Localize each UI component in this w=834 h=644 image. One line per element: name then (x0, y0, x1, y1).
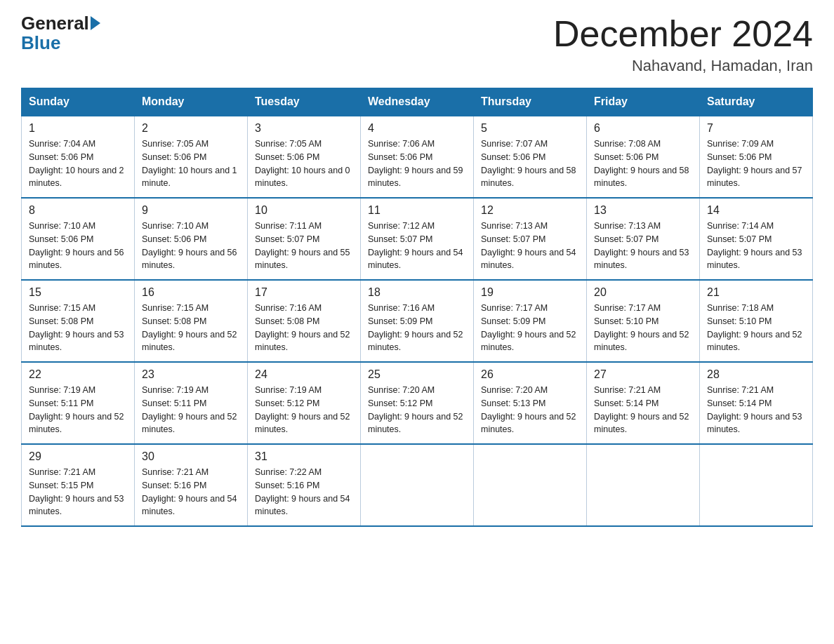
weekday-header-friday: Friday (587, 88, 700, 116)
day-info: Sunrise: 7:12 AMSunset: 5:07 PMDaylight:… (368, 220, 466, 272)
logo-blue: Blue (21, 32, 60, 54)
day-info: Sunrise: 7:19 AMSunset: 5:12 PMDaylight:… (255, 384, 353, 436)
day-info: Sunrise: 7:15 AMSunset: 5:08 PMDaylight:… (29, 302, 127, 354)
location: Nahavand, Hamadan, Iran (553, 57, 813, 75)
weekday-header-wednesday: Wednesday (361, 88, 474, 116)
page-header: General Blue December 2024 Nahavand, Ham… (21, 14, 813, 75)
weekday-header-monday: Monday (135, 88, 248, 116)
calendar-cell (587, 444, 700, 526)
calendar-cell: 9 Sunrise: 7:10 AMSunset: 5:06 PMDayligh… (135, 198, 248, 280)
weekday-header-saturday: Saturday (700, 88, 813, 116)
calendar-cell: 30 Sunrise: 7:21 AMSunset: 5:16 PMDaylig… (135, 444, 248, 526)
day-number: 4 (368, 122, 466, 135)
calendar-cell: 12 Sunrise: 7:13 AMSunset: 5:07 PMDaylig… (474, 198, 587, 280)
weekday-header-thursday: Thursday (474, 88, 587, 116)
calendar-cell: 1 Sunrise: 7:04 AMSunset: 5:06 PMDayligh… (22, 116, 135, 198)
day-info: Sunrise: 7:09 AMSunset: 5:06 PMDaylight:… (707, 137, 805, 190)
calendar-cell: 13 Sunrise: 7:13 AMSunset: 5:07 PMDaylig… (587, 198, 700, 280)
calendar-cell: 27 Sunrise: 7:21 AMSunset: 5:14 PMDaylig… (587, 362, 700, 444)
day-info: Sunrise: 7:21 AMSunset: 5:16 PMDaylight:… (142, 466, 240, 518)
calendar-cell: 5 Sunrise: 7:07 AMSunset: 5:06 PMDayligh… (474, 116, 587, 198)
day-number: 25 (368, 368, 466, 381)
calendar-cell: 31 Sunrise: 7:22 AMSunset: 5:16 PMDaylig… (248, 444, 361, 526)
day-number: 20 (594, 286, 692, 299)
day-number: 3 (255, 122, 353, 135)
weekday-header-row: SundayMondayTuesdayWednesdayThursdayFrid… (22, 88, 813, 116)
day-info: Sunrise: 7:16 AMSunset: 5:09 PMDaylight:… (368, 302, 466, 354)
day-info: Sunrise: 7:22 AMSunset: 5:16 PMDaylight:… (255, 466, 353, 518)
day-number: 2 (142, 122, 240, 135)
weekday-header-sunday: Sunday (22, 88, 135, 116)
calendar-cell: 25 Sunrise: 7:20 AMSunset: 5:12 PMDaylig… (361, 362, 474, 444)
calendar-cell: 3 Sunrise: 7:05 AMSunset: 5:06 PMDayligh… (248, 116, 361, 198)
day-info: Sunrise: 7:06 AMSunset: 5:06 PMDaylight:… (368, 137, 466, 190)
calendar-week-row: 29 Sunrise: 7:21 AMSunset: 5:15 PMDaylig… (22, 444, 813, 526)
calendar-cell: 11 Sunrise: 7:12 AMSunset: 5:07 PMDaylig… (361, 198, 474, 280)
day-number: 28 (707, 368, 805, 381)
calendar-week-row: 15 Sunrise: 7:15 AMSunset: 5:08 PMDaylig… (22, 280, 813, 362)
logo: General Blue (21, 14, 102, 54)
calendar-cell (361, 444, 474, 526)
day-info: Sunrise: 7:17 AMSunset: 5:10 PMDaylight:… (594, 302, 692, 354)
title-block: December 2024 Nahavand, Hamadan, Iran (553, 14, 813, 75)
day-info: Sunrise: 7:05 AMSunset: 5:06 PMDaylight:… (255, 137, 353, 190)
calendar-cell: 2 Sunrise: 7:05 AMSunset: 5:06 PMDayligh… (135, 116, 248, 198)
day-number: 10 (255, 204, 353, 217)
day-info: Sunrise: 7:21 AMSunset: 5:15 PMDaylight:… (29, 466, 127, 518)
day-number: 23 (142, 368, 240, 381)
day-info: Sunrise: 7:21 AMSunset: 5:14 PMDaylight:… (707, 384, 805, 436)
day-info: Sunrise: 7:07 AMSunset: 5:06 PMDaylight:… (481, 137, 579, 190)
calendar-table: SundayMondayTuesdayWednesdayThursdayFrid… (21, 88, 813, 527)
calendar-cell: 21 Sunrise: 7:18 AMSunset: 5:10 PMDaylig… (700, 280, 813, 362)
calendar-cell: 14 Sunrise: 7:14 AMSunset: 5:07 PMDaylig… (700, 198, 813, 280)
calendar-cell: 17 Sunrise: 7:16 AMSunset: 5:08 PMDaylig… (248, 280, 361, 362)
day-number: 7 (707, 122, 805, 135)
day-info: Sunrise: 7:08 AMSunset: 5:06 PMDaylight:… (594, 137, 692, 190)
logo-general: General (21, 14, 89, 32)
calendar-week-row: 8 Sunrise: 7:10 AMSunset: 5:06 PMDayligh… (22, 198, 813, 280)
calendar-cell: 26 Sunrise: 7:20 AMSunset: 5:13 PMDaylig… (474, 362, 587, 444)
day-number: 14 (707, 204, 805, 217)
day-number: 19 (481, 286, 579, 299)
calendar-cell: 22 Sunrise: 7:19 AMSunset: 5:11 PMDaylig… (22, 362, 135, 444)
day-number: 26 (481, 368, 579, 381)
day-info: Sunrise: 7:20 AMSunset: 5:12 PMDaylight:… (368, 384, 466, 436)
day-number: 8 (29, 204, 127, 217)
weekday-header-tuesday: Tuesday (248, 88, 361, 116)
calendar-cell: 24 Sunrise: 7:19 AMSunset: 5:12 PMDaylig… (248, 362, 361, 444)
day-number: 24 (255, 368, 353, 381)
calendar-week-row: 1 Sunrise: 7:04 AMSunset: 5:06 PMDayligh… (22, 116, 813, 198)
calendar-cell: 18 Sunrise: 7:16 AMSunset: 5:09 PMDaylig… (361, 280, 474, 362)
calendar-cell: 10 Sunrise: 7:11 AMSunset: 5:07 PMDaylig… (248, 198, 361, 280)
day-number: 17 (255, 286, 353, 299)
day-number: 21 (707, 286, 805, 299)
calendar-cell: 7 Sunrise: 7:09 AMSunset: 5:06 PMDayligh… (700, 116, 813, 198)
day-info: Sunrise: 7:11 AMSunset: 5:07 PMDaylight:… (255, 220, 353, 272)
day-number: 22 (29, 368, 127, 381)
calendar-cell: 19 Sunrise: 7:17 AMSunset: 5:09 PMDaylig… (474, 280, 587, 362)
day-info: Sunrise: 7:04 AMSunset: 5:06 PMDaylight:… (29, 137, 127, 190)
calendar-cell (700, 444, 813, 526)
calendar-cell: 23 Sunrise: 7:19 AMSunset: 5:11 PMDaylig… (135, 362, 248, 444)
day-info: Sunrise: 7:05 AMSunset: 5:06 PMDaylight:… (142, 137, 240, 190)
day-number: 16 (142, 286, 240, 299)
day-info: Sunrise: 7:18 AMSunset: 5:10 PMDaylight:… (707, 302, 805, 354)
day-number: 31 (255, 450, 353, 463)
day-info: Sunrise: 7:19 AMSunset: 5:11 PMDaylight:… (142, 384, 240, 436)
day-number: 13 (594, 204, 692, 217)
day-number: 1 (29, 122, 127, 135)
day-number: 15 (29, 286, 127, 299)
day-info: Sunrise: 7:13 AMSunset: 5:07 PMDaylight:… (594, 220, 692, 272)
day-number: 29 (29, 450, 127, 463)
day-number: 11 (368, 204, 466, 217)
day-info: Sunrise: 7:17 AMSunset: 5:09 PMDaylight:… (481, 302, 579, 354)
day-number: 12 (481, 204, 579, 217)
day-info: Sunrise: 7:10 AMSunset: 5:06 PMDaylight:… (142, 220, 240, 272)
calendar-cell: 16 Sunrise: 7:15 AMSunset: 5:08 PMDaylig… (135, 280, 248, 362)
day-info: Sunrise: 7:13 AMSunset: 5:07 PMDaylight:… (481, 220, 579, 272)
calendar-cell: 20 Sunrise: 7:17 AMSunset: 5:10 PMDaylig… (587, 280, 700, 362)
day-number: 6 (594, 122, 692, 135)
month-title: December 2024 (553, 14, 813, 54)
day-number: 27 (594, 368, 692, 381)
day-info: Sunrise: 7:15 AMSunset: 5:08 PMDaylight:… (142, 302, 240, 354)
